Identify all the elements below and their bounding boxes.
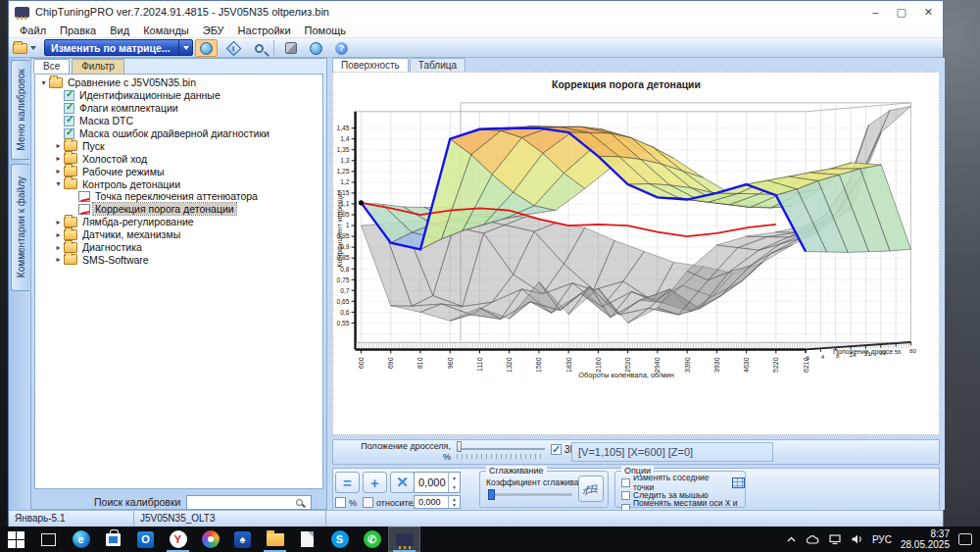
info-button[interactable]: i [222,39,245,57]
clock[interactable]: 8:37 28.05.2025 [901,528,950,550]
surface-view-button[interactable] [195,39,218,57]
menu-правка[interactable]: Правка [53,25,103,36]
tools-button[interactable] [279,39,302,57]
search-icon[interactable] [296,499,303,506]
tab-фильтр[interactable]: Фильтр [72,59,124,74]
option-checkbox[interactable] [621,478,630,487]
matrix-mode-combobox[interactable]: Изменить по матрице... [44,39,193,56]
tree-expander-icon[interactable]: ▸ [54,255,63,264]
help-button[interactable]: ? [330,39,353,57]
menu-файл[interactable]: Файл [13,25,53,36]
tree-item[interactable]: ▸Пуск [35,139,322,152]
tab-surface[interactable]: Поверхность [332,58,409,73]
taskbar-file-explorer[interactable] [259,527,291,552]
checkbox-percent-box[interactable] [335,497,346,508]
tree-expander-icon[interactable]: ▸ [54,243,63,252]
tree-item[interactable]: Маска DTC [35,115,322,127]
language-indicator[interactable]: РУС [872,534,892,545]
menu-помощь[interactable]: Помощь [298,25,354,36]
tree-item[interactable]: Коррекция порога детонации [35,203,322,216]
tree-item[interactable]: Флаги комплектации [35,102,322,115]
menu-настройки[interactable]: Настройки [231,25,298,36]
throttle-slider-handle[interactable] [457,441,462,452]
tree-item-label[interactable]: Рабочие режимы [80,166,166,177]
taskbar-task-view[interactable] [32,527,65,552]
option-checkbox[interactable] [621,491,630,500]
volume-icon[interactable] [851,533,863,545]
tree-item-label[interactable]: Маска DTC [77,115,135,126]
menu-вид[interactable]: Вид [103,25,136,36]
tree-expander-icon[interactable]: ▸ [54,218,63,226]
throttle-slider[interactable] [457,446,545,450]
taskbar-yandex-browser[interactable]: Y [162,527,194,552]
tree-expander-icon[interactable]: ▾ [39,78,48,87]
taskbar-document[interactable] [291,527,323,552]
set-equal-button[interactable]: = [335,472,360,493]
apply-smoothing-button[interactable] [578,476,604,502]
tree-item[interactable]: ▸Рабочие режимы [35,165,322,177]
tree-item-label[interactable]: SMS-Software [80,254,151,266]
tree-item[interactable]: ▸Датчики, механизмы [35,228,322,241]
relative-value-text[interactable]: 0,000 [415,496,448,508]
taskbar-solitaire[interactable]: ♠ [226,527,259,552]
tree-item[interactable]: ▾Сравнение с J5V05N35.bin [35,76,322,89]
menu-команды[interactable]: Команды [136,25,196,36]
tree-item-label[interactable]: Флаги комплектации [77,102,180,114]
tree-expander-icon[interactable]: ▸ [54,154,63,163]
onedrive-icon[interactable] [806,534,819,545]
taskbar-whatsapp[interactable]: ✆ [356,527,388,552]
tree-item-label[interactable]: Контроль детонации [80,178,182,190]
maximize-button[interactable]: ▢ [896,1,906,23]
tray-expand-icon[interactable] [786,534,797,544]
tree-expander-icon[interactable]: ▾ [54,179,63,188]
tab-table[interactable]: Таблица [410,58,466,73]
tree-expander-icon[interactable]: ▸ [54,141,63,150]
menu-эбу[interactable]: ЭБУ [196,25,231,36]
smoothing-slider[interactable] [488,493,572,496]
tree-item-label[interactable]: Сравнение с J5V05N35.bin [66,76,198,88]
value-spinner[interactable]: 0,000 ▲▼ [414,472,461,493]
table-grid-icon[interactable] [732,477,745,488]
checkbox-3d-box[interactable] [551,444,562,455]
sync-button[interactable] [305,39,327,57]
taskbar-edge[interactable]: e [65,527,97,552]
add-button[interactable]: + [363,472,387,493]
tree-item[interactable]: ▸Лямбда-регулирование [35,216,322,228]
tree-item-label[interactable]: Диагностика [80,241,144,253]
tab-все[interactable]: Все [33,59,70,74]
minimize-button[interactable]: – [872,1,878,23]
taskbar-start[interactable] [0,527,32,552]
taskbar-outlook[interactable]: O [129,527,162,552]
tree-item[interactable]: ▸Диагностика [35,241,322,254]
spinner-arrows[interactable]: ▲▼ [448,473,460,492]
tree-item[interactable]: ▸SMS-Software [35,253,322,266]
taskbar-chiptuningpro[interactable] [388,527,420,552]
relative-value-spinner[interactable]: 0,000 ▲▼ [414,495,461,509]
tree-item-label[interactable]: Точка переключения аттенюатора [93,190,260,202]
search-input[interactable] [186,495,312,510]
tree-item[interactable]: Маска ошибок драйверной диагностики [35,127,322,140]
tree-item[interactable]: Идентификационные данные [35,89,322,102]
tree-expander-icon[interactable]: ▸ [54,230,63,239]
network-icon[interactable] [828,533,842,545]
option-0[interactable]: Изменять соседние точки [621,477,745,488]
open-file-button[interactable] [13,39,42,57]
taskbar-store[interactable] [97,527,129,552]
checkbox-relative-box[interactable] [363,497,373,508]
taskbar-skype[interactable]: S [323,527,356,552]
tree-item-label[interactable]: Пуск [80,140,107,152]
surface-chart[interactable]: Коррекция порога детонации1,451,41,351,3… [333,73,939,434]
tree-item-label[interactable]: Коррекция порога детонации [93,203,236,215]
value-spinner-text[interactable]: 0,000 [415,473,448,492]
tree-item-label[interactable]: Лямбда-регулирование [80,216,196,227]
tree-item[interactable]: ▸Холостой ход [35,152,322,165]
tree-item-label[interactable]: Идентификационные данные [77,89,222,101]
tree-item[interactable]: ▾Контроль детонации [35,177,322,190]
taskbar-paint[interactable] [194,527,226,552]
tree-expander-icon[interactable]: ▸ [54,167,63,176]
tree-item-label[interactable]: Маска ошибок драйверной диагностики [77,127,271,139]
tab-calibration-menu[interactable]: Меню калибровок [11,60,29,160]
tab-file-comments[interactable]: Комментарии к файлу [11,164,29,291]
zoom-button[interactable] [248,39,270,57]
tree-item[interactable]: Точка переключения аттенюатора [35,190,322,203]
